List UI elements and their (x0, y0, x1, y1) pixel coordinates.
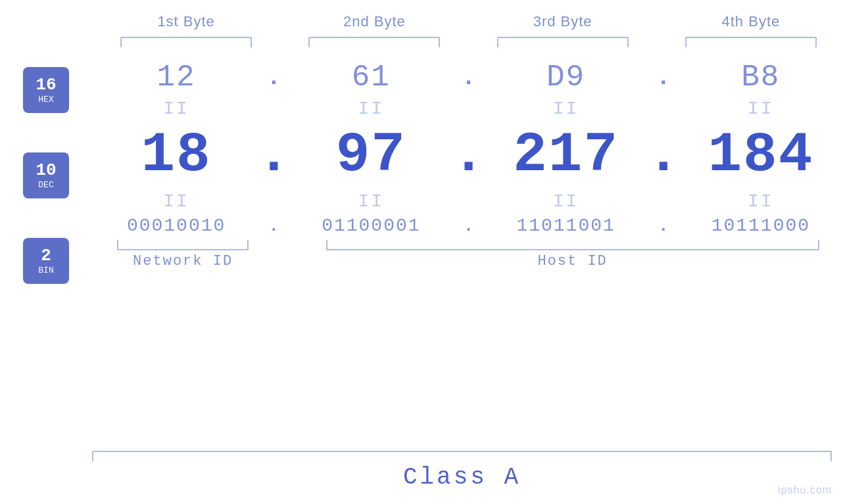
values-grid: 12 . 61 . D9 . B8 II (92, 54, 845, 273)
labels-row: Network ID Host ID (92, 253, 845, 269)
bin-b2-cell: 01100001 (287, 216, 455, 236)
hex-badge-label: HEX (38, 95, 53, 104)
equals-sign-1: II (163, 99, 189, 119)
dec-badge-label: DEC (38, 180, 53, 190)
bin-b3-cell: 11011001 (482, 216, 650, 236)
bin-row: 00010010 . 01100001 . 11011001 . 1011100… (92, 216, 845, 236)
dec-b3-value: 217 (513, 123, 619, 187)
eq1-b2: II (287, 99, 455, 119)
equals-row-1: II II II II (92, 96, 845, 122)
main-container: 1st Byte 2nd Byte 3rd Byte 4th Byte 16 H… (0, 0, 845, 504)
bin-b3-value: 11011001 (516, 216, 615, 236)
hex-row: 12 . 61 . D9 . B8 (92, 60, 845, 95)
equals-sign-5: II (163, 191, 189, 212)
bracket-top-3 (469, 37, 657, 47)
equals-sign-6: II (358, 191, 385, 212)
equals-sign-8: II (748, 191, 774, 212)
dec-b3-cell: 217 (482, 123, 650, 187)
bracket-top-4 (657, 37, 845, 47)
class-row-wrap: Class A (0, 451, 845, 491)
hex-b4-cell: B8 (677, 60, 845, 95)
dec-b4-cell: 184 (677, 123, 845, 187)
bin-b4-cell: 10111000 (677, 216, 845, 236)
dec-row: 18 . 97 . 217 . 184 (92, 123, 845, 187)
eq2-b4: II (677, 191, 845, 212)
hex-b2-cell: 61 (287, 60, 455, 95)
host-id-label: Host ID (300, 253, 845, 269)
dec-b2-cell: 97 (287, 123, 455, 187)
top-brackets-row (0, 37, 845, 47)
headers-row: 1st Byte 2nd Byte 3rd Byte 4th Byte (0, 13, 845, 30)
bracket-top-1 (92, 37, 280, 47)
eq2-b2: II (287, 191, 455, 212)
bin-dot3: . (650, 216, 677, 236)
watermark: ipshu.com (778, 484, 832, 496)
hex-b2-value: 61 (352, 60, 391, 95)
bin-b1-cell: 00010010 (92, 216, 260, 236)
dec-b1-cell: 18 (92, 123, 260, 187)
byte1-header: 1st Byte (92, 13, 280, 30)
equals-row-2: II II II II (92, 189, 845, 214)
eq2-b3: II (482, 191, 650, 212)
equals-sign-2: II (358, 99, 385, 119)
dec-dot3: . (650, 123, 677, 187)
dec-b4-value: 184 (708, 123, 813, 187)
equals-sign-3: II (553, 99, 579, 119)
host-bracket (326, 240, 819, 250)
dec-dot1: . (260, 123, 287, 187)
dec-badge: 10 DEC (23, 152, 69, 198)
hex-b3-value: D9 (546, 60, 585, 95)
class-bracket (92, 451, 832, 461)
bracket-top-2 (280, 37, 468, 47)
dec-dot2: . (456, 123, 482, 187)
host-bracket-wrap (300, 240, 845, 250)
eq1-b1: II (92, 99, 260, 119)
bin-badge-label: BIN (38, 265, 53, 275)
bottom-brackets-row (92, 240, 845, 250)
hex-b1-value: 12 (157, 60, 196, 95)
hex-b3-cell: D9 (482, 60, 650, 95)
hex-badge: 16 HEX (23, 67, 69, 113)
dec-badge-number: 10 (36, 162, 56, 179)
bin-badge-number: 2 (41, 247, 51, 264)
eq1-b3: II (482, 99, 650, 119)
badges-column: 16 HEX 10 DEC 2 BIN (0, 54, 92, 284)
equals-sign-4: II (748, 99, 774, 119)
hex-badge-number: 16 (36, 76, 56, 93)
eq2-b1: II (92, 191, 260, 212)
dec-b2-value: 97 (336, 123, 406, 187)
hex-dot3: . (650, 64, 677, 91)
network-bracket-wrap (92, 240, 274, 250)
hex-dot1: . (260, 64, 287, 91)
bin-b2-value: 01100001 (322, 216, 420, 236)
byte3-header: 3rd Byte (469, 13, 657, 30)
bin-dot2: . (456, 216, 482, 236)
network-bracket (117, 240, 249, 250)
bin-badge: 2 BIN (23, 238, 69, 284)
byte4-header: 4th Byte (657, 13, 845, 30)
hex-b4-value: B8 (741, 60, 780, 95)
bin-b1-value: 00010010 (127, 216, 226, 236)
bin-dot1: . (260, 216, 287, 236)
eq1-b4: II (677, 99, 845, 119)
class-label: Class A (92, 464, 832, 491)
hex-b1-cell: 12 (92, 60, 260, 95)
bin-b4-value: 10111000 (712, 216, 810, 236)
hex-dot2: . (456, 64, 482, 91)
content-area: 16 HEX 10 DEC 2 BIN 12 . 61 (0, 54, 845, 448)
dec-b1-value: 18 (141, 123, 212, 187)
byte2-header: 2nd Byte (280, 13, 468, 30)
equals-sign-7: II (553, 191, 579, 212)
network-id-label: Network ID (92, 253, 274, 269)
